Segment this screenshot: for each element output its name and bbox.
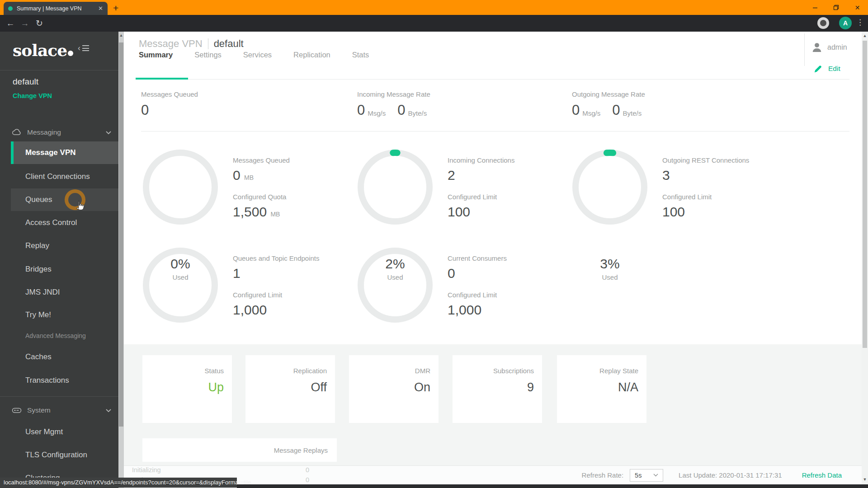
new-tab-button[interactable]: + (113, 2, 118, 14)
sidebar-item-bridges[interactable]: Bridges (11, 258, 118, 281)
sidebar-item-user-mgmt[interactable]: User Mgmt (11, 421, 118, 443)
sidebar-scrollbar[interactable]: ▲ (118, 32, 124, 488)
gauge-incoming-connections: 2%Used (355, 147, 435, 227)
browser-toolbar: ← → ↻ i localhost:8080/#/msg-vpns/ZGVmYX… (0, 15, 868, 32)
reload-button[interactable]: ↻ (33, 15, 46, 32)
scrollbar-thumb[interactable] (863, 41, 867, 348)
main-scrollbar[interactable]: ▲ ▼ (862, 32, 868, 488)
chevron-down-icon (106, 409, 111, 412)
main-content: Message VPN default admin Edit Summary S… (124, 32, 862, 488)
gauge-text-queues-topic-endpoints: Queues and Topic Endpoints 1 Configured … (233, 254, 350, 328)
cloud-icon (12, 128, 22, 136)
gauge-outgoing-rest-connections: 3%Used (570, 147, 650, 227)
user-menu[interactable]: admin (811, 42, 847, 53)
page-tabs: Summary Settings Services Replication St… (139, 51, 369, 66)
stat-incoming-message-rate: Incoming Message Rate 0Msg/s 0Byte/s (357, 90, 430, 117)
tab-settings[interactable]: Settings (194, 51, 222, 66)
tab-stats[interactable]: Stats (352, 51, 369, 66)
sidebar-collapse-icon[interactable]: ‹ (78, 43, 89, 53)
stats-border (141, 131, 849, 131)
sidebar-section-system[interactable]: System (0, 404, 118, 417)
click-indicator-ring (65, 189, 85, 210)
card-replication: Replication Off (245, 355, 335, 423)
refresh-rate-label: Refresh Rate: (582, 471, 624, 479)
edit-button[interactable]: Edit (814, 64, 840, 73)
window-restore-button[interactable] (826, 0, 847, 15)
sidebar-section-messaging[interactable]: Messaging (0, 126, 118, 139)
breadcrumb-section: Message VPN (139, 38, 203, 50)
breadcrumb: Message VPN default (139, 38, 244, 50)
tab-summary[interactable]: Summary (139, 51, 173, 66)
gauge-current-consumers: 0%Used (355, 245, 435, 325)
active-tab-indicator (136, 78, 188, 80)
card-status: Status Up (142, 355, 232, 423)
back-button[interactable]: ← (4, 15, 17, 32)
sidebar: solace ‹ default Change VPN Messaging Me… (0, 32, 118, 488)
pencil-icon (814, 64, 823, 73)
page-title: default (214, 38, 244, 50)
scrollbar-thumb[interactable] (119, 42, 123, 427)
tab-favicon (8, 6, 13, 11)
tab-replication[interactable]: Replication (293, 51, 330, 66)
browser-menu-icon[interactable]: ⋮ (856, 18, 864, 27)
header-divider (804, 33, 805, 66)
gauge-text-incoming-connections: Incoming Connections 2 Configured Limit … (448, 156, 565, 230)
system-icon (12, 407, 22, 414)
gauge-text-current-consumers: Current Consumers 0 Configured Limit 1,0… (448, 254, 565, 328)
card-subscriptions: Subscriptions 9 (453, 355, 542, 423)
replay-row-initializing: Initializing 0 (124, 466, 318, 476)
window-minimize-button[interactable] (804, 0, 826, 15)
user-name: admin (827, 43, 847, 52)
tab-title: Summary | Message VPN (17, 5, 94, 12)
tab-close-icon[interactable]: ✕ (98, 5, 103, 12)
card-dmr: DMR On (349, 355, 439, 423)
sidebar-item-tls-configuration[interactable]: TLS Configuration (11, 444, 118, 466)
gauge-queues-topic-endpoints: 0%Used (141, 245, 220, 325)
sidebar-item-replay[interactable]: Replay (11, 235, 118, 257)
solace-logo-dot (68, 51, 73, 56)
user-avatar-icon (811, 42, 823, 53)
gauge-messages-queued: 0%Used (141, 147, 220, 227)
forward-button[interactable]: → (18, 15, 32, 32)
status-badge: Up (208, 380, 224, 394)
tab-services[interactable]: Services (243, 51, 272, 66)
solace-logo: solace (13, 41, 73, 60)
sidebar-item-transactions[interactable]: Transactions (11, 369, 118, 392)
refresh-data-link[interactable]: Refresh Data (802, 471, 842, 479)
breadcrumb-divider (208, 38, 208, 49)
sidebar-item-access-control[interactable]: Access Control (11, 211, 118, 234)
browser-profile-avatar[interactable]: A (839, 17, 852, 29)
window-close-button[interactable]: ✕ (847, 0, 868, 15)
change-vpn-link[interactable]: Change VPN (13, 92, 52, 99)
sidebar-item-jms-jndi[interactable]: JMS JNDI (11, 281, 118, 304)
scroll-down-arrow[interactable]: ▼ (862, 477, 868, 482)
gauge-text-messages-queued: Messages Queued 0 MB Configured Quota 1,… (233, 156, 350, 230)
current-vpn-name: default (13, 77, 52, 87)
sidebar-divider (0, 396, 118, 397)
refresh-rate-select[interactable]: 5s (630, 469, 663, 482)
sidebar-item-client-connections[interactable]: Client Connections (11, 165, 118, 188)
card-replay-state: Replay State N/A (557, 355, 646, 423)
sidebar-item-caches[interactable]: Caches (11, 346, 118, 368)
link-preview-statusbar: localhost:8080/#/msg-vpns/ZGVmYXVsdA==/e… (0, 478, 237, 488)
browser-tab[interactable]: Summary | Message VPN ✕ (4, 2, 108, 15)
sidebar-item-message-vpn[interactable]: Message VPN (11, 141, 118, 164)
gauge-text-outgoing-rest-connections: Outgoing REST Connections 3 Configured L… (662, 156, 780, 230)
message-replays-card: Message Replays (142, 438, 337, 462)
chevron-down-icon (653, 474, 658, 477)
stat-outgoing-message-rate: Outgoing Message Rate 0Msg/s 0Byte/s (572, 90, 645, 117)
last-update-text: Last Update: 2020-01-31 17:17:31 (679, 471, 782, 479)
chevron-down-icon (106, 131, 111, 134)
extension-icon[interactable] (817, 17, 829, 29)
scroll-up-arrow[interactable]: ▲ (118, 33, 124, 38)
scroll-up-arrow[interactable]: ▲ (862, 33, 868, 38)
browser-titlebar: Summary | Message VPN ✕ + ✕ (0, 0, 868, 15)
tabs-border (139, 79, 849, 80)
stat-messages-queued: Messages Queued 0 (141, 90, 198, 117)
sidebar-item-try-me[interactable]: Try Me! (11, 304, 118, 326)
bottom-strip (237, 484, 868, 488)
sidebar-item-advanced-messaging[interactable]: Advanced Messaging (11, 327, 118, 344)
hand-cursor-icon (75, 200, 85, 211)
